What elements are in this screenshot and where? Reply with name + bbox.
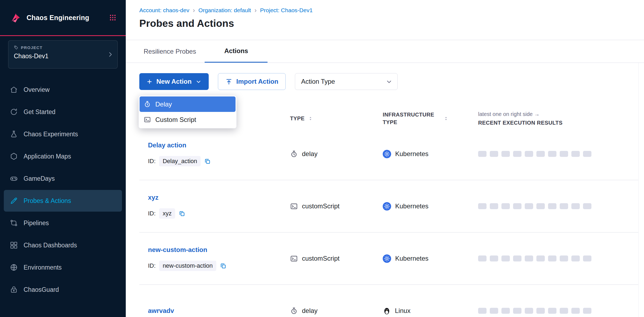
gamepad-icon xyxy=(10,174,18,183)
import-action-button[interactable]: Import Action xyxy=(218,73,286,90)
execution-result-placeholder xyxy=(560,308,568,314)
action-id: ID: xyz xyxy=(148,208,290,219)
execution-result-placeholder xyxy=(478,308,487,314)
sidebar-item-gamedays[interactable]: GameDays xyxy=(4,168,122,189)
globe-icon xyxy=(10,263,18,271)
table-row-new-custom-action: new-custom-action ID: new-custom-action … xyxy=(139,232,639,285)
sidebar-item-overview[interactable]: Overview xyxy=(4,79,122,101)
sidebar-item-label: Probes & Actions xyxy=(24,197,71,205)
execution-results xyxy=(478,255,639,261)
actions-table: TYPE INFRASTRUCTURE TYPE latest one on r… xyxy=(139,109,639,317)
project-label: PROJECT xyxy=(21,45,43,50)
sidebar-item-application-maps[interactable]: Application Maps xyxy=(4,145,122,167)
script-icon xyxy=(290,255,298,263)
sidebar-item-chaosguard[interactable]: ChaosGuard xyxy=(4,279,122,300)
copy-icon[interactable] xyxy=(220,263,227,269)
breadcrumb-link-account-chaos-dev[interactable]: Account: chaos-dev xyxy=(139,7,189,14)
tab-actions[interactable]: Actions xyxy=(205,40,268,63)
infrastructure-cell: Kubernetes xyxy=(383,202,478,211)
action-name-link[interactable]: xyz xyxy=(148,194,290,201)
table-row-delay-action: Delay action ID: Delay_action delay Kube… xyxy=(139,128,639,180)
sort-icon[interactable] xyxy=(308,116,313,121)
breadcrumb-link-project-chaos-dev1[interactable]: Project: Chaos-Dev1 xyxy=(260,7,313,14)
new-action-button[interactable]: New Action xyxy=(139,73,209,90)
action-type-filter[interactable]: Action Type xyxy=(295,73,398,90)
action-name-link[interactable]: Delay action xyxy=(148,141,290,149)
infrastructure-cell: Kubernetes xyxy=(383,254,478,263)
chevron-right-icon xyxy=(107,51,114,58)
action-type-cell: delay xyxy=(290,150,383,158)
action-name-link[interactable]: awrvadv xyxy=(148,307,290,315)
action-id-value: Delay_action xyxy=(159,156,201,166)
tag-icon xyxy=(14,45,18,50)
menu-item-delay[interactable]: Delay xyxy=(140,96,236,112)
sidebar-item-label: Pipelines xyxy=(24,219,49,227)
execution-result-placeholder xyxy=(513,308,521,314)
tab-resilience-probes[interactable]: Resilience Probes xyxy=(141,40,199,63)
toolbar: New Action Import Action Action Type xyxy=(139,73,644,90)
action-type-cell: customScript xyxy=(290,255,383,263)
action-type-value: customScript xyxy=(302,255,340,262)
action-type-filter-value: Action Type xyxy=(301,78,335,85)
menu-item-custom-script[interactable]: Custom Script xyxy=(140,112,236,127)
infrastructure-value: Kubernetes xyxy=(395,255,429,262)
timer-icon xyxy=(290,150,298,158)
execution-result-placeholder xyxy=(571,203,580,209)
kubernetes-icon xyxy=(383,202,391,211)
sidebar-item-get-started[interactable]: Get Started xyxy=(4,101,122,123)
page-title: Probes and Actions xyxy=(139,18,644,29)
table-row-xyz: xyz ID: xyz customScript Kubernetes xyxy=(139,180,639,232)
execution-result-placeholder xyxy=(490,308,498,314)
execution-result-placeholder xyxy=(548,308,556,314)
restart-icon xyxy=(10,108,18,116)
timer-icon xyxy=(290,307,298,315)
sidebar-item-probes-actions[interactable]: Probes & Actions xyxy=(4,190,122,212)
execution-result-placeholder xyxy=(571,255,580,261)
execution-result-placeholder xyxy=(583,203,591,209)
plus-icon xyxy=(146,79,153,85)
home-icon xyxy=(10,86,18,94)
upload-icon xyxy=(225,78,233,85)
import-action-button-label: Import Action xyxy=(236,78,278,85)
breadcrumb-separator-icon: › xyxy=(255,7,257,14)
copy-icon[interactable] xyxy=(179,210,185,217)
table-body: Delay action ID: Delay_action delay Kube… xyxy=(139,128,639,317)
sidebar-item-chaos-dashboards[interactable]: Chaos Dashboards xyxy=(4,234,122,256)
sidebar-header: Chaos Engineering xyxy=(0,0,126,36)
execution-result-placeholder xyxy=(548,151,556,157)
sidebar: Chaos Engineering PROJECT Chaos-Dev1 Ove… xyxy=(0,0,126,317)
execution-result-placeholder xyxy=(478,151,487,157)
project-selector[interactable]: PROJECT Chaos-Dev1 xyxy=(8,40,118,69)
sidebar-item-environments[interactable]: Environments xyxy=(4,257,122,278)
execution-result-placeholder xyxy=(525,151,533,157)
execution-result-placeholder xyxy=(560,255,568,261)
execution-result-placeholder xyxy=(548,255,556,261)
tab-label: Resilience Probes xyxy=(144,48,196,55)
sort-icon[interactable] xyxy=(443,116,449,121)
execution-result-placeholder xyxy=(478,255,487,261)
action-name-link[interactable]: new-custom-action xyxy=(148,246,290,254)
action-type-cell: delay xyxy=(290,307,383,315)
execution-result-placeholder xyxy=(560,151,568,157)
flask-icon xyxy=(10,130,18,138)
breadcrumb-link-organization-default[interactable]: Organization: default xyxy=(198,7,251,14)
menu-item-label: Delay xyxy=(155,101,172,108)
module-switcher-grid-icon[interactable] xyxy=(109,14,117,21)
sidebar-item-pipelines[interactable]: Pipelines xyxy=(4,212,122,234)
execution-results xyxy=(478,203,639,209)
tab-label: Actions xyxy=(224,47,248,55)
linux-icon xyxy=(383,307,391,315)
new-action-menu: Delay Custom Script xyxy=(139,95,237,128)
project-name: Chaos-Dev1 xyxy=(14,53,112,60)
kubernetes-icon xyxy=(383,150,391,158)
infrastructure-value: Linux xyxy=(395,307,410,315)
copy-icon[interactable] xyxy=(204,158,211,165)
type-column-header: TYPE xyxy=(290,115,383,122)
sidebar-item-chaos-experiments[interactable]: Chaos Experiments xyxy=(4,123,122,145)
main-content: Account: chaos-dev›Organization: default… xyxy=(126,0,644,317)
execution-result-placeholder xyxy=(490,255,498,261)
execution-result-placeholder xyxy=(560,203,568,209)
recent-results-column-header: latest one on right side → RECENT EXECUT… xyxy=(478,111,639,126)
execution-result-placeholder xyxy=(583,255,591,261)
execution-result-placeholder xyxy=(548,203,556,209)
